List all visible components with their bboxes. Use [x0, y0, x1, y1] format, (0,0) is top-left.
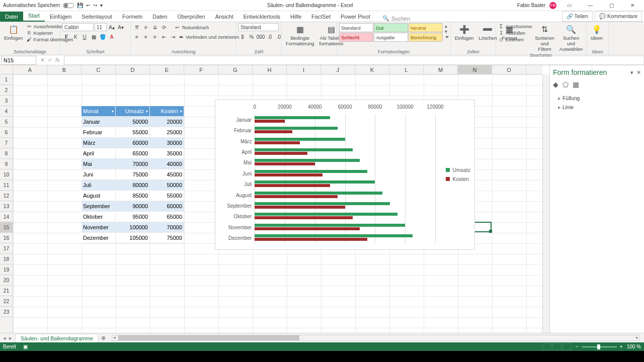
bar-umsatz[interactable] — [255, 148, 352, 151]
minimize-icon[interactable]: — — [582, 1, 599, 10]
formula-input[interactable] — [64, 56, 644, 65]
table-cell-kosten[interactable]: 35000 — [150, 148, 184, 159]
table-cell-monat[interactable]: Dezember — [82, 233, 116, 243]
paste-button[interactable]: 📋 Einfügen — [2, 23, 25, 42]
accept-formula-icon[interactable]: ✓ — [48, 57, 52, 63]
redo-icon[interactable]: ↪ — [93, 3, 97, 8]
style-berechnung[interactable]: Berechnung — [409, 33, 443, 42]
search-label[interactable]: Suchen — [391, 16, 410, 22]
bar-kosten[interactable] — [255, 120, 285, 123]
zoom-slider[interactable] — [582, 346, 617, 347]
table-cell-kosten[interactable]: 75000 — [150, 233, 184, 243]
styles-more-icon[interactable]: ⏷ — [445, 34, 450, 40]
row-header-4[interactable]: 4 — [0, 106, 13, 117]
row-header-22[interactable]: 22 — [0, 296, 13, 307]
bar-kosten[interactable] — [255, 173, 323, 176]
delete-cells-button[interactable]: ➖Löschen — [477, 23, 499, 42]
style-standard[interactable]: Standard — [339, 23, 373, 32]
row-header-6[interactable]: 6 — [0, 127, 13, 138]
row-header-12[interactable]: 12 — [0, 191, 13, 201]
bar-umsatz[interactable] — [255, 116, 330, 119]
orientation-icon[interactable]: ⟳ — [160, 23, 168, 31]
wrap-text-button[interactable]: ↩Textumbruch — [174, 24, 209, 30]
table-cell-umsatz[interactable]: 90000 — [116, 201, 150, 212]
row-header-2[interactable]: 2 — [0, 85, 13, 96]
table-cell-umsatz[interactable]: 85000 — [116, 191, 150, 201]
column-header-J[interactable]: J — [321, 65, 355, 74]
tab-seitenlayout[interactable]: Seitenlayout — [76, 12, 117, 22]
sheet-tab-active[interactable]: Säulen- und Balkendiagramme — [15, 334, 99, 342]
tab-factset[interactable]: FactSet — [306, 12, 336, 22]
table-cell-monat[interactable]: September — [82, 201, 116, 212]
autosum-button[interactable]: ΣAutoSumme — [498, 23, 532, 29]
row-header-20[interactable]: 20 — [0, 275, 13, 286]
bold-button[interactable]: F — [62, 33, 70, 41]
tab-einfuegen[interactable]: Einfügen — [45, 12, 76, 22]
bar-kosten[interactable] — [255, 206, 345, 209]
worksheet-grid[interactable]: ABCDEFGHIJKLMNO 123456789101112131415161… — [0, 65, 549, 333]
bar-umsatz[interactable] — [255, 202, 390, 205]
macro-record-icon[interactable]: ▣ — [23, 344, 28, 349]
table-cell-umsatz[interactable]: 100000 — [116, 222, 150, 233]
bar-kosten[interactable] — [255, 141, 300, 144]
table-cell-monat[interactable]: April — [82, 148, 116, 159]
bar-umsatz[interactable] — [255, 170, 367, 173]
select-all-corner[interactable] — [0, 65, 13, 74]
row-header-3[interactable]: 3 — [0, 96, 13, 106]
ribbon-display-icon[interactable]: ▭ — [560, 1, 578, 10]
percent-icon[interactable]: % — [248, 33, 256, 41]
tab-datei[interactable]: Datei — [0, 12, 23, 22]
normal-view-icon[interactable] — [542, 343, 551, 350]
row-header-15[interactable]: 15 — [0, 222, 13, 233]
column-header-G[interactable]: G — [218, 65, 253, 74]
table-cell-kosten[interactable]: 50000 — [150, 180, 184, 191]
page-break-view-icon[interactable] — [562, 343, 572, 350]
table-cell-kosten[interactable]: 30000 — [150, 138, 184, 148]
underline-button[interactable]: U — [80, 33, 89, 41]
column-header-K[interactable]: K — [355, 65, 389, 74]
bar-kosten[interactable] — [255, 227, 360, 230]
line-section[interactable]: Linie — [553, 103, 641, 112]
user-avatar[interactable]: FB — [549, 2, 556, 9]
tab-powerpivot[interactable]: Power Pivot — [336, 12, 375, 22]
align-center-icon[interactable]: ≡ — [142, 33, 150, 41]
table-header-kosten[interactable]: Kosten▾ — [150, 106, 184, 117]
effects-tab-icon[interactable]: ⬠ — [562, 80, 569, 88]
column-header-D[interactable]: D — [116, 65, 150, 74]
align-bottom-icon[interactable]: ⇊ — [151, 23, 159, 31]
indent-dec-icon[interactable]: ⇤ — [160, 33, 168, 41]
row-header-11[interactable]: 11 — [0, 180, 13, 191]
zoom-in-icon[interactable]: + — [620, 344, 623, 349]
indent-inc-icon[interactable]: ⇥ — [169, 33, 177, 41]
tab-ueberpruefen[interactable]: Überprüfen — [173, 12, 210, 22]
tab-start[interactable]: Start — [23, 11, 45, 22]
row-header-21[interactable]: 21 — [0, 286, 13, 296]
cell-styles-gallery[interactable]: Standard Gut Neutral Schlecht Ausgabe Be… — [339, 23, 443, 42]
merge-button[interactable]: ⬌Verbinden und zentrieren — [178, 34, 239, 40]
table-header-umsatz[interactable]: Umsatz▾ — [116, 106, 150, 117]
styles-scroll-down-icon[interactable]: ▾ — [445, 29, 450, 34]
table-cell-umsatz[interactable]: 70000 — [116, 159, 150, 169]
style-gut[interactable]: Gut — [374, 23, 408, 32]
bar-kosten[interactable] — [255, 238, 367, 241]
table-cell-kosten[interactable]: 25000 — [150, 127, 184, 138]
comments-button[interactable]: 💬 Kommentare — [595, 11, 642, 22]
autosave-toggle[interactable] — [63, 3, 74, 8]
row-header-13[interactable]: 13 — [0, 201, 13, 212]
insert-cells-button[interactable]: ➕Einfügen — [453, 23, 476, 42]
row-header-5[interactable]: 5 — [0, 117, 13, 127]
column-header-C[interactable]: C — [82, 65, 116, 74]
tab-entwicklertools[interactable]: Entwicklertools — [238, 12, 285, 22]
styles-scroll-up-icon[interactable]: ▴ — [445, 23, 450, 29]
legend-item[interactable]: Kosten — [446, 176, 470, 182]
clear-button[interactable]: ◇Löschen — [498, 36, 532, 42]
share-button[interactable]: 🔗 Teilen — [562, 11, 593, 22]
style-schlecht[interactable]: Schlecht — [339, 33, 373, 42]
table-cell-monat[interactable]: November — [82, 222, 116, 233]
bar-umsatz[interactable] — [255, 192, 382, 195]
italic-button[interactable]: K — [71, 33, 79, 41]
table-cell-monat[interactable]: Juli — [82, 180, 116, 191]
border-icon[interactable]: ▦ — [90, 33, 98, 41]
table-cell-umsatz[interactable]: 80000 — [116, 180, 150, 191]
add-sheet-button[interactable]: ⊕ — [99, 335, 108, 341]
